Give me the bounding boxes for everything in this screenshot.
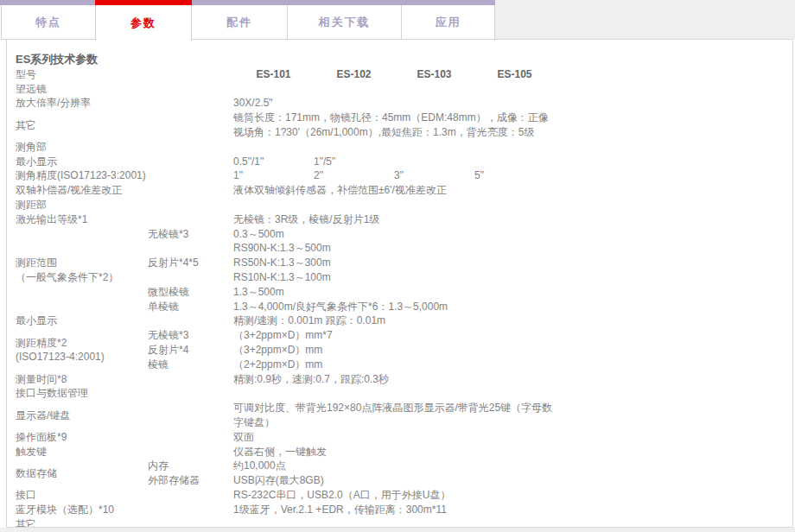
spec-row: 望远镜 [16, 82, 787, 97]
spec-row: 其它 [16, 517, 787, 529]
tab-label: 相关下载 [319, 15, 371, 30]
row-value: 液体双轴倾斜传感器，补偿范围±6'/视准差改正 [233, 183, 787, 198]
row-value: 1级蓝牙，Ver.2.1 +EDR，传输距离：300m*11 [233, 503, 787, 517]
row-label: 测角精度(ISO17123-3:2001) [16, 168, 148, 183]
row-value: RS90N-K:1.3～500m [233, 241, 787, 256]
row-value: 可调对比度、带背光192×80点阵液晶图形显示器/带背光25键（字母数 [233, 401, 787, 415]
spec-line: 单棱镜1.3～4,000m/良好气象条件下*6：1.3～5,000m [148, 300, 787, 314]
row-value-col [394, 155, 474, 169]
spec-row: 最小显示0.5"/1"1"/5" [16, 155, 787, 169]
tab-accessories[interactable]: 配件 [191, 5, 288, 40]
row-value: 镜筒长度：171mm，物镜孔径：45mm（EDM:48mm），成像：正像 [233, 111, 787, 125]
row-sublabel [148, 415, 233, 430]
spec-row: 型号ES-101ES-102ES-103ES-105 [16, 67, 787, 82]
row-value [233, 386, 787, 401]
row-sublabel [148, 488, 233, 503]
row-sublabel [148, 241, 233, 256]
tab-parameters[interactable]: 参数 [95, 5, 192, 41]
row-label: 最小显示 [16, 314, 148, 328]
row-label: 接口与数据管理 [16, 386, 148, 401]
row-label-line: （一般气象条件下*2） [16, 270, 148, 285]
spec-row: 测距部 [16, 198, 787, 212]
row-label: 蓝牙模块（选配）*10 [16, 503, 148, 517]
spec-row: 蓝牙模块（选配）*101级蓝牙，Ver.2.1 +EDR，传输距离：300m*1… [16, 503, 787, 517]
row-value-col: 3" [394, 168, 474, 183]
spec-group: 其它镜筒长度：171mm，物镜孔径：45mm（EDM:48mm），成像：正像视场… [16, 111, 787, 140]
spec-group: 测距精度*2(ISO17123-4:2001)无棱镜*3（3+2ppm×D）mm… [16, 328, 787, 371]
row-value: 仪器右侧，一键触发 [233, 445, 787, 459]
row-sublabel: 无棱镜*3 [148, 227, 233, 242]
tab-downloads[interactable]: 相关下载 [287, 5, 402, 40]
row-sublabel: 内存 [148, 459, 233, 473]
model-name: ES-101 [233, 67, 314, 82]
row-value-col [474, 155, 555, 169]
row-value: 精测:0.9秒，速测:0.7，跟踪:0.3秒 [233, 372, 787, 387]
row-value: 无棱镜：3R级，棱镜/反射片1级 [233, 212, 787, 227]
row-value: （2+2ppm×D）mm [233, 358, 787, 372]
model-name: ES-105 [474, 67, 555, 82]
spec-line: 无棱镜*3（3+2ppm×D）mm*7 [148, 328, 787, 343]
row-label: 接口 [16, 488, 148, 503]
spec-line: 外部存储器USB闪存(最大8GB) [148, 473, 787, 488]
row-label-line: 测距精度*2 [16, 336, 148, 351]
spec-group: 显示器/键盘可调对比度、带背光192×80点阵液晶图形显示器/带背光25键（字母… [16, 401, 787, 430]
group-body: 镜筒长度：171mm，物镜孔径：45mm（EDM:48mm），成像：正像视场角：… [148, 111, 787, 140]
spec-row: 接口RS-232C串口，USB2.0（A口，用于外接U盘） [16, 488, 787, 503]
group-body: 无棱镜*3（3+2ppm×D）mm*7反射片*4（3+2ppm×D）mm棱镜（2… [148, 328, 787, 371]
model-name: ES-103 [394, 67, 474, 82]
row-sublabel: 外部存储器 [148, 473, 233, 488]
row-sublabel [148, 111, 233, 125]
tab-applications[interactable]: 应用 [401, 5, 495, 40]
spec-row: 双轴补偿器/视准差改正液体双轴倾斜传感器，补偿范围±6'/视准差改正 [16, 183, 787, 198]
tab-features[interactable]: 特点 [1, 5, 96, 40]
row-sublabel [148, 67, 233, 82]
row-label: 测距精度*2(ISO17123-4:2001) [16, 328, 148, 371]
row-label: 触发键 [16, 445, 148, 459]
spec-line: 视场角：1?30'（26m/1,000m）,最短焦距：1.3m，背光亮度：5级 [148, 125, 787, 140]
row-values: 1"2"3"5" [233, 168, 787, 183]
row-sublabel: 无棱镜*3 [148, 328, 233, 343]
spec-row: 测角精度(ISO17123-3:2001)1"2"3"5" [16, 168, 787, 183]
tabbar-filler [495, 0, 795, 39]
row-value: RS-232C串口，USB2.0（A口，用于外接U盘） [233, 488, 787, 503]
row-label: 其它 [16, 517, 148, 529]
row-sublabel [148, 125, 233, 140]
spec-table: 型号ES-101ES-102ES-103ES-105望远镜放大倍率/分辨率30X… [16, 67, 787, 528]
row-sublabel [148, 401, 233, 415]
row-label-line: 显示器/键盘 [16, 408, 148, 423]
tab-label: 参数 [130, 16, 156, 31]
row-label: 测距部 [16, 198, 148, 212]
spec-line: 内存约10,000点 [148, 459, 787, 473]
row-label: 测角部 [16, 140, 148, 155]
row-value: 1.3～4,000m/良好气象条件下*6：1.3～5,000m [233, 300, 787, 314]
row-label: 型号 [16, 67, 148, 82]
row-sublabel: 反射片*4*5 [148, 256, 233, 270]
row-sublabel [148, 82, 233, 97]
row-sublabel: 微型棱镜 [148, 285, 233, 300]
row-value: 30X/2.5" [233, 96, 787, 111]
row-label: 双轴补偿器/视准差改正 [16, 183, 148, 198]
row-label: 激光输出等级*1 [16, 212, 148, 227]
row-sublabel [148, 386, 233, 401]
spec-line: RS90N-K:1.3～500m [148, 241, 787, 256]
row-value: 1.3～500m [233, 285, 787, 300]
spec-row: 放大倍率/分辨率30X/2.5" [16, 96, 787, 111]
spec-line: 可调对比度、带背光192×80点阵液晶图形显示器/带背光25键（字母数 [148, 401, 787, 415]
row-value-col: 2" [314, 168, 394, 183]
row-sublabel [148, 155, 233, 169]
row-sublabel: 棱镜 [148, 358, 233, 372]
row-label: 测距范围（一般气象条件下*2） [16, 227, 148, 314]
spec-line: 反射片*4*5RS50N-K:1.3～300m [148, 256, 787, 270]
row-value: RS50N-K:1.3～300m [233, 256, 787, 270]
row-value-col: 1" [233, 168, 314, 183]
tab-label: 配件 [226, 15, 252, 30]
row-values: 0.5"/1"1"/5" [233, 155, 787, 169]
spec-row: 操作面板*9双面 [16, 430, 787, 445]
row-sublabel [148, 270, 233, 285]
row-value: 0.3～500m [233, 227, 787, 242]
product-spec-page: 特点参数配件相关下载应用 ES系列技术参数 型号ES-101ES-102ES-1… [0, 0, 795, 532]
spec-line: 棱镜（2+2ppm×D）mm [148, 358, 787, 372]
row-value [233, 517, 787, 529]
row-value [233, 140, 787, 155]
row-value: 视场角：1?30'（26m/1,000m）,最短焦距：1.3m，背光亮度：5级 [233, 125, 787, 140]
